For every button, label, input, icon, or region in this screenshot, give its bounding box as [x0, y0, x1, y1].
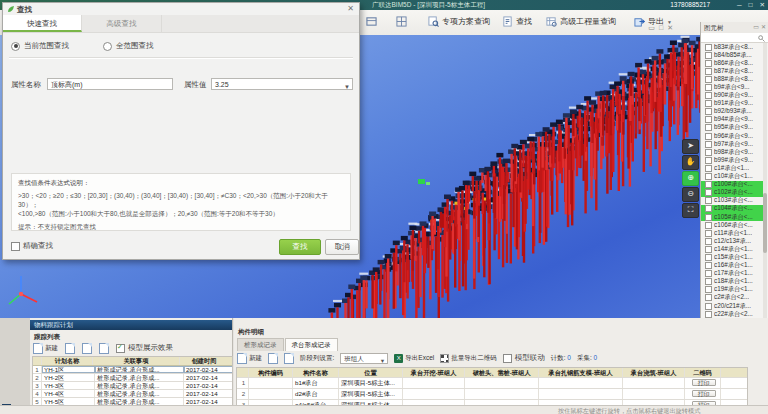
tree-item-checkbox[interactable]: [705, 60, 712, 67]
table-row[interactable]: 1 YH-1区 桩形成记录,承台形成... 2017-02-14: [33, 366, 232, 374]
tree-item-checkbox[interactable]: [705, 76, 712, 83]
detail-new-button[interactable]: 新建: [237, 353, 262, 364]
table-row[interactable]: 2 d2#承台 深圳项目-5标主体... 打印: [237, 389, 747, 400]
cell-plan-name[interactable]: YH-1区: [42, 366, 95, 373]
find-confirm-button[interactable]: 查找: [279, 239, 321, 255]
tree-item-checkbox[interactable]: [705, 262, 712, 269]
cell-create-time[interactable]: 2017-02-14: [184, 382, 233, 389]
select-cursor-icon[interactable]: ➤: [682, 139, 699, 154]
table-row[interactable]: 1 b1#承台 深圳项目-5标主体... 打印: [237, 378, 747, 389]
tree-item-checkbox[interactable]: [705, 270, 712, 277]
cell-related-items[interactable]: 桩形成记录,承台形成...: [95, 382, 184, 389]
close-button[interactable]: ✕: [760, 0, 765, 10]
property-name-input[interactable]: 顶标高(m): [47, 78, 173, 90]
tree-close-icon[interactable]: ✕: [761, 22, 766, 33]
exact-find-checkbox[interactable]: 精确查找: [11, 241, 53, 251]
tree-item-checkbox[interactable]: [705, 92, 712, 99]
find-button[interactable]: 查找: [498, 13, 536, 30]
tree-item-checkbox[interactable]: [705, 214, 712, 221]
radio-full-scope[interactable]: 全范围查找: [103, 41, 154, 51]
tree-item-checkbox[interactable]: [705, 278, 712, 285]
cell-plan-name[interactable]: YH-4区: [42, 390, 95, 397]
tree-item-checkbox[interactable]: [705, 197, 712, 204]
tracking-new-button[interactable]: 新建: [33, 343, 58, 354]
tree-item-checkbox[interactable]: [705, 303, 712, 310]
model-effect-checkbox[interactable]: 模型展示效果: [116, 343, 173, 353]
tree-item-checkbox[interactable]: [705, 133, 712, 140]
cancel-button[interactable]: 取消: [325, 239, 359, 255]
export-qrcode-button[interactable]: 批量导出二维码: [440, 354, 497, 363]
tree-search-box[interactable]: [701, 33, 768, 43]
tree-item-checkbox[interactable]: [705, 165, 712, 172]
cell-comp-name[interactable]: b1#承台: [293, 378, 339, 388]
tree-scrollbar-thumb[interactable]: [763, 193, 767, 253]
zoom-out-icon[interactable]: ⊖: [682, 187, 699, 202]
cell-plan-name[interactable]: YH-5区: [42, 398, 95, 405]
column-setting-select[interactable]: 班组人 ▼: [340, 353, 388, 364]
tree-item-checkbox[interactable]: [705, 246, 712, 253]
tree-item-checkbox[interactable]: [705, 311, 712, 318]
tab-quick-find[interactable]: 快速查找: [3, 15, 82, 32]
tree-item-checkbox[interactable]: [705, 84, 712, 91]
cell-create-time[interactable]: 2017-02-14: [184, 398, 233, 405]
tree-item-checkbox[interactable]: [705, 52, 712, 59]
float-icon[interactable]: □: [659, 24, 663, 32]
pin-icon[interactable]: ▭: [648, 24, 655, 32]
col-comp-name[interactable]: 构件名称: [293, 368, 339, 377]
table-row[interactable]: 3 YH-3区 桩形成记录,承台形成... 2017-02-14: [33, 382, 232, 390]
col-qrcode[interactable]: 二维码: [685, 368, 721, 377]
col-create-time[interactable]: 创建时间: [180, 357, 228, 365]
cell-pilehead-crew[interactable]: [465, 389, 539, 399]
tree-item-checkbox[interactable]: [705, 189, 712, 196]
radio-current-scope[interactable]: 当前范围查找: [11, 41, 69, 51]
tree-item-checkbox[interactable]: [705, 230, 712, 237]
cell-related-items[interactable]: 桩形成记录,承台形成...: [95, 374, 184, 381]
cell-rebar-crew[interactable]: [539, 389, 623, 399]
model-link-checkbox[interactable]: 模型联动: [503, 353, 545, 363]
tree-item-checkbox[interactable]: [705, 116, 712, 123]
cell-create-time[interactable]: 2017-02-14: [184, 366, 233, 373]
tree-item-checkbox[interactable]: [705, 100, 712, 107]
maximize-button[interactable]: □: [749, 0, 753, 10]
tracking-panel-title[interactable]: 物料跟踪计划: [30, 320, 232, 330]
col-pilehead-crew[interactable]: 破桩头、凿桩-班组人: [465, 368, 539, 377]
tree-item-checkbox[interactable]: [705, 124, 712, 131]
tab-pile-record[interactable]: 桩形成记录: [237, 338, 284, 351]
tree-item-checkbox[interactable]: [705, 294, 712, 301]
cell-location[interactable]: 深圳项目-5标主体...: [339, 389, 403, 399]
tab-advanced-find[interactable]: 高级查找: [82, 15, 162, 32]
cell-plan-name[interactable]: YH-3区: [42, 382, 95, 389]
detail-delete-icon[interactable]: [284, 353, 294, 364]
tree-pin-icon[interactable]: ▭: [753, 22, 759, 33]
cell-related-items[interactable]: 桩形成记录,承台形成...: [95, 398, 184, 405]
cell-comp-name[interactable]: d2#承台: [293, 389, 339, 399]
cell-pilehead-crew[interactable]: [465, 378, 539, 388]
close-panel-icon[interactable]: ✕: [667, 24, 673, 32]
tree-item-checkbox[interactable]: [705, 254, 712, 261]
cell-pour-crew[interactable]: [623, 378, 685, 388]
tracking-edit-icon[interactable]: [65, 343, 75, 354]
cell-comp-code[interactable]: [249, 389, 293, 399]
special-plan-query-button[interactable]: 专项方案查询: [424, 13, 494, 30]
col-comp-code[interactable]: 构件编码: [249, 368, 293, 377]
tree-scrollbar[interactable]: [763, 43, 767, 326]
minimize-button[interactable]: ─: [737, 0, 742, 10]
tree-item-checkbox[interactable]: [705, 108, 712, 115]
tracking-copy-icon[interactable]: [82, 343, 92, 354]
zoom-in-icon[interactable]: ⊕: [682, 171, 699, 186]
tree-item-checkbox[interactable]: [705, 44, 712, 51]
col-rebar-crew[interactable]: 承台扎钢筋支模-班组人: [539, 368, 623, 377]
col-excavation-crew[interactable]: 承台开挖-班组人: [403, 368, 465, 377]
user-account[interactable]: 13780885217: [670, 0, 710, 10]
tree-item-checkbox[interactable]: [705, 286, 712, 293]
tree-item-checkbox[interactable]: [705, 157, 712, 164]
cell-related-items[interactable]: 桩形成记录,承台形成...: [95, 390, 184, 397]
tree-item-checkbox[interactable]: [705, 222, 712, 229]
tree-item-checkbox[interactable]: [705, 141, 712, 148]
cell-related-items[interactable]: 桩形成记录,承台形成...: [95, 366, 184, 373]
cell-pour-crew[interactable]: [623, 389, 685, 399]
cell-excavation-crew[interactable]: [403, 389, 465, 399]
tab-cap-record[interactable]: 承台形成记录: [285, 338, 338, 351]
tree-item-checkbox[interactable]: [705, 173, 712, 180]
col-location[interactable]: 位置: [339, 368, 403, 377]
